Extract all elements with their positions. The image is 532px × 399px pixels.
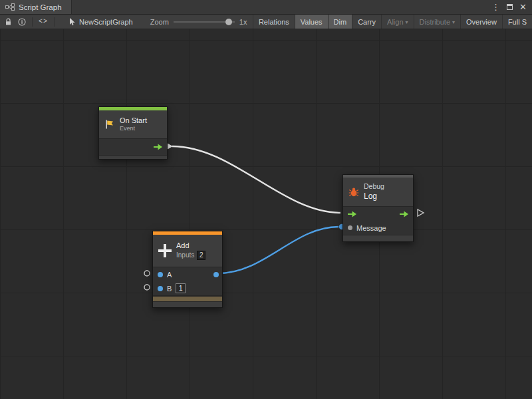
- node-add[interactable]: Add Inputs 2 A B 1: [152, 231, 223, 308]
- zoom-label: Zoom: [150, 18, 169, 26]
- tab-script-graph[interactable]: Script Graph: [0, 0, 72, 14]
- menu-icon[interactable]: ⋮: [491, 3, 500, 11]
- close-icon[interactable]: ✕: [519, 3, 527, 11]
- zoom-slider[interactable]: [174, 21, 235, 23]
- node-debug-log[interactable]: Debug Log Message: [342, 174, 414, 242]
- chevron-down-icon: ▾: [406, 19, 408, 25]
- fullscreen-button[interactable]: Full S: [502, 15, 532, 29]
- message-row: Message: [343, 221, 413, 235]
- sum-output-dot[interactable]: [213, 272, 219, 277]
- port-b-unconnected-ring[interactable]: [144, 285, 150, 290]
- graph-breadcrumb[interactable]: NewScriptGraph: [69, 15, 133, 29]
- trigger-output-port-connected[interactable]: [167, 143, 173, 150]
- node-subtitle: Debug: [364, 182, 384, 191]
- trigger-arrow-icon[interactable]: [154, 144, 162, 150]
- node-title: On Start: [120, 116, 147, 126]
- trigger-output-unconnected-triangle[interactable]: [418, 209, 424, 216]
- node-header: Debug Log: [343, 178, 413, 206]
- port-row-b: B 1: [153, 281, 222, 295]
- node-footer: [343, 235, 413, 241]
- window-controls: ⋮ ✕: [491, 0, 532, 14]
- carry-button[interactable]: Carry: [352, 15, 381, 29]
- graph-canvas[interactable]: On Start Event Add: [0, 29, 532, 399]
- port-b-value-field[interactable]: 1: [176, 283, 186, 293]
- port-b-label: B: [167, 285, 172, 293]
- cursor-icon: [69, 18, 76, 26]
- wires-layer: [0, 29, 532, 399]
- port-b-input-dot[interactable]: [158, 286, 163, 291]
- plus-icon: [158, 244, 172, 257]
- bug-icon: [348, 187, 359, 198]
- message-port-label: Message: [356, 224, 386, 232]
- dim-button[interactable]: Dim: [328, 15, 352, 29]
- node-subtitle: Inputs: [176, 251, 194, 260]
- node-header: Add Inputs 2: [153, 235, 222, 267]
- toolbar-separator: [32, 17, 33, 27]
- toolbar-buttons: Relations Values Dim Carry Align ▾ Distr…: [253, 15, 532, 29]
- chevron-down-icon: ▾: [452, 19, 455, 25]
- info-icon[interactable]: [18, 18, 26, 26]
- code-icon[interactable]: <>: [39, 18, 48, 25]
- graph-name: NewScriptGraph: [79, 18, 133, 26]
- titlebar: Script Graph ⋮ ✕: [0, 0, 532, 15]
- node-on-start[interactable]: On Start Event: [98, 106, 168, 160]
- zoom-value: 1x: [239, 18, 247, 26]
- flag-icon: [104, 119, 115, 130]
- maximize-icon[interactable]: [507, 4, 513, 10]
- toolbar-left: <>: [0, 15, 55, 29]
- node-header: On Start Event: [99, 110, 167, 138]
- relations-button[interactable]: Relations: [253, 15, 295, 29]
- trigger-in-arrow-icon[interactable]: [348, 211, 356, 217]
- tab-title: Script Graph: [19, 3, 62, 11]
- node-ports: A B 1: [153, 267, 222, 296]
- port-a-label: A: [167, 271, 172, 279]
- graph-toolbar: <> NewScriptGraph Zoom 1x Relations Valu…: [0, 15, 532, 29]
- values-button[interactable]: Values: [295, 15, 328, 29]
- node-subtitle: Event: [120, 125, 147, 132]
- inputs-count-field[interactable]: 2: [197, 251, 205, 260]
- lock-icon[interactable]: [5, 18, 12, 26]
- node-title: Add: [176, 241, 205, 251]
- node-ports: Message: [343, 206, 413, 235]
- port-a-unconnected-ring[interactable]: [144, 271, 150, 276]
- wire-trigger-connection[interactable]: [172, 146, 340, 213]
- node-footer-accent: [153, 296, 222, 301]
- node-title: Log: [364, 192, 384, 201]
- distribute-button[interactable]: Distribute ▾: [414, 15, 460, 29]
- zoom-control: Zoom 1x: [150, 15, 247, 29]
- port-row-a: A: [153, 267, 222, 281]
- node-footer: [99, 156, 167, 159]
- overview-button[interactable]: Overview: [460, 15, 502, 29]
- align-button[interactable]: Align ▾: [381, 15, 413, 29]
- script-graph-window: Script Graph ⋮ ✕ <>: [0, 0, 532, 399]
- toolbar-separator: [54, 17, 55, 27]
- zoom-slider-handle[interactable]: [225, 19, 232, 25]
- node-ports: [99, 138, 167, 156]
- port-a-input-dot[interactable]: [158, 272, 163, 277]
- trigger-output-row: [99, 139, 167, 155]
- message-port-dot[interactable]: [348, 225, 352, 230]
- node-footer: [153, 301, 222, 307]
- wire-value-connection[interactable]: [218, 227, 338, 273]
- graph-icon: [5, 3, 15, 11]
- trigger-out-arrow-icon[interactable]: [400, 211, 408, 217]
- trigger-row: [343, 207, 413, 221]
